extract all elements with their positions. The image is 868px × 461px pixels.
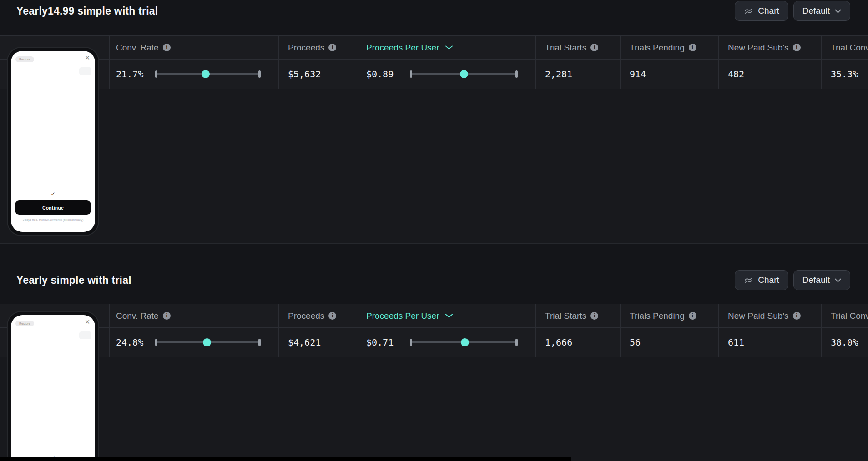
chart-button[interactable]: Chart [735, 1, 788, 21]
close-icon: ✕ [85, 319, 90, 325]
proceeds-value: $4,621 [288, 337, 321, 348]
paywall-preview-card[interactable]: Restore ✕ ✓ Continue 3 days free, then $… [7, 47, 99, 236]
view-dropdown-label: Default [802, 6, 830, 16]
section-header-band: Yearly simple with trial Chart Default [0, 244, 868, 304]
slider-thumb[interactable] [203, 338, 211, 346]
chevron-down-icon [835, 278, 841, 282]
metrics-table: Conv. Rate i Proceeds i Proceeds Per Use… [0, 35, 868, 89]
new-paid-subs-value: 482 [728, 69, 744, 80]
info-icon[interactable]: i [328, 44, 336, 51]
info-icon[interactable]: i [328, 312, 336, 320]
trial-conversion-value: 38.0% [831, 337, 858, 348]
column-header-proceeds-per-user[interactable]: Proceeds Per User [354, 304, 535, 328]
proceeds-cell: $5,632 [278, 60, 354, 89]
column-label: Proceeds [288, 311, 324, 321]
slider-min-cap [155, 70, 157, 78]
slider-min-cap [410, 70, 412, 78]
proceeds-per-user-cell: $0.71 [354, 328, 535, 357]
column-header-new-paid-subs[interactable]: New Paid Sub's i [718, 36, 821, 60]
column-header-proceeds[interactable]: Proceeds i [278, 36, 354, 60]
new-paid-subs-cell: 482 [718, 60, 821, 89]
view-dropdown[interactable]: Default [793, 1, 850, 21]
proceeds-cell: $4,621 [278, 328, 354, 357]
column-label: Proceeds Per User [366, 43, 439, 53]
column-header-proceeds[interactable]: Proceeds i [278, 304, 354, 328]
chevron-down-icon [835, 9, 841, 13]
column-header-trial-starts[interactable]: Trial Starts i [535, 36, 620, 60]
column-header-trial-starts[interactable]: Trial Starts i [535, 304, 620, 328]
chart-wave-icon [743, 275, 754, 285]
slider-thumb[interactable] [460, 70, 468, 78]
info-icon[interactable]: i [590, 312, 598, 320]
column-header-conv-rate[interactable]: Conv. Rate i [109, 304, 278, 328]
slider-thumb[interactable] [461, 338, 469, 346]
slider-max-cap [515, 70, 518, 78]
experiment-section-yearly1499: Yearly14.99 simple with trial Chart Defa… [0, 0, 868, 243]
image-placeholder [79, 331, 91, 339]
section-header-band: Yearly14.99 simple with trial Chart Defa… [0, 0, 868, 35]
section-toolbar: Chart Default [735, 270, 850, 290]
trials-pending-cell: 56 [620, 328, 718, 357]
info-icon[interactable]: i [793, 312, 801, 320]
paywall-screen: Restore ✕ ✓ Continue 3 days free, then $… [11, 315, 95, 461]
conv-rate-cell: 24.8% [109, 328, 278, 357]
paywall-preview-card[interactable]: Restore ✕ ✓ Continue 3 days free, then $… [7, 311, 99, 461]
trial-fine-print: 3 days free, then $0.80/month (billed an… [11, 218, 95, 221]
window-bottom-edge [0, 457, 571, 461]
new-paid-subs-value: 611 [728, 337, 744, 348]
column-label: New Paid Sub's [728, 311, 789, 321]
column-label: Conv. Rate [116, 43, 159, 53]
column-label: Proceeds [288, 43, 324, 53]
new-paid-subs-cell: 611 [718, 328, 821, 357]
trial-starts-cell: 1,666 [535, 328, 620, 357]
proceeds-per-user-value: $0.71 [366, 337, 410, 348]
trial-conversion-value: 35.3% [831, 69, 858, 80]
slider-max-cap [258, 70, 261, 78]
column-label: Trial Conversion [831, 311, 868, 321]
column-label: Trial Conversion [831, 43, 868, 53]
slider-thumb[interactable] [202, 70, 210, 78]
close-icon: ✕ [85, 55, 90, 61]
column-header-new-paid-subs[interactable]: New Paid Sub's i [718, 304, 821, 328]
column-header-trial-conversion[interactable]: Trial Conversion i [821, 36, 868, 60]
trials-pending-value: 914 [630, 69, 646, 80]
paywall-screen: Restore ✕ ✓ Continue 3 days free, then $… [11, 51, 95, 232]
info-icon[interactable]: i [163, 44, 171, 51]
column-header-conv-rate[interactable]: Conv. Rate i [109, 36, 278, 60]
slider-max-cap [258, 339, 261, 346]
slider-max-cap [515, 339, 518, 346]
restore-pill: Restore [15, 56, 34, 62]
continue-button: Continue [15, 200, 91, 215]
trial-starts-value: 2,281 [545, 69, 572, 80]
image-placeholder [79, 67, 91, 75]
info-icon[interactable]: i [590, 44, 598, 51]
column-header-proceeds-per-user[interactable]: Proceeds Per User [354, 36, 535, 60]
column-header-trials-pending[interactable]: Trials Pending i [620, 304, 718, 328]
chart-button-label: Chart [758, 6, 779, 16]
metrics-table: Conv. Rate i Proceeds i Proceeds Per Use… [0, 304, 868, 357]
proceeds-value: $5,632 [288, 69, 321, 80]
view-dropdown-label: Default [802, 275, 830, 285]
conv-rate-slider[interactable] [155, 70, 261, 78]
conv-rate-cell: 21.7% [109, 60, 278, 89]
proceeds-per-user-slider[interactable] [410, 70, 518, 78]
column-header-trials-pending[interactable]: Trials Pending i [620, 36, 718, 60]
info-icon[interactable]: i [163, 312, 171, 320]
column-header-trial-conversion[interactable]: Trial Conversion i [821, 304, 868, 328]
column-label: Proceeds Per User [366, 311, 439, 321]
slider-min-cap [410, 339, 412, 346]
chevron-down-icon [445, 314, 453, 318]
info-icon[interactable]: i [689, 44, 696, 51]
chevron-down-icon [445, 45, 453, 50]
section-title: Yearly simple with trial [16, 274, 131, 286]
proceeds-per-user-slider[interactable] [410, 338, 518, 346]
chart-wave-icon [743, 6, 754, 15]
check-icon: ✓ [11, 191, 95, 197]
trial-starts-cell: 2,281 [535, 60, 620, 89]
chart-button[interactable]: Chart [735, 270, 788, 290]
conv-rate-slider[interactable] [155, 338, 261, 346]
info-icon[interactable]: i [793, 44, 801, 51]
column-label: New Paid Sub's [728, 43, 789, 53]
info-icon[interactable]: i [689, 312, 696, 320]
view-dropdown[interactable]: Default [793, 270, 850, 290]
